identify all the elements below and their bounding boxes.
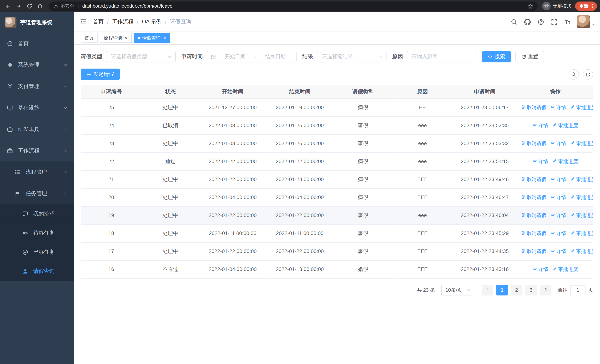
sidebar-item-task-management[interactable]: 任务管理 [0, 183, 74, 205]
cancel-leave-link[interactable]: 取消请假 [521, 248, 546, 255]
cancel-leave-link[interactable]: 取消请假 [521, 212, 546, 219]
breadcrumb-item[interactable]: OA 示例 [142, 18, 162, 25]
sidebar-item-workflow[interactable]: 工作流程 [0, 140, 74, 162]
sidebar-item-infrastructure[interactable]: 基础设施 [0, 97, 74, 119]
cancel-leave-link[interactable]: 取消请假 [521, 194, 546, 201]
header-search-icon[interactable] [508, 16, 520, 28]
sidebar-item-process-management[interactable]: 流程管理 [0, 161, 74, 183]
app-logo: 芋道管理系统 [0, 12, 74, 33]
approval-progress-link[interactable]: 审批进度 [570, 104, 593, 111]
sidebar-toggle-icon[interactable] [74, 19, 93, 25]
browser-forward-icon[interactable] [14, 1, 24, 11]
trash-icon [521, 140, 525, 146]
sidebar-item-home[interactable]: 首页 [0, 33, 74, 55]
sidebar-item-dev-tools[interactable]: 研发工具 [0, 119, 74, 140]
update-label[interactable]: 更新 [579, 3, 589, 9]
detail-link[interactable]: 详情 [550, 230, 566, 237]
cell-actions: 取消请假详情审批进度 [517, 134, 593, 152]
close-tab-icon[interactable]: × [163, 35, 166, 40]
approval-progress-link[interactable]: 审批进度 [570, 248, 593, 255]
approval-progress-link[interactable]: 审批进度 [570, 230, 593, 237]
detail-link[interactable]: 详情 [532, 266, 548, 273]
approval-progress-link[interactable]: 审批进度 [570, 212, 593, 219]
create-leave-button[interactable]: 发起请假 [81, 69, 120, 80]
leave-type-select[interactable]: 请选择请假类型 [106, 51, 176, 63]
cell-status: 处理中 [142, 98, 199, 116]
eye-icon [550, 230, 555, 236]
url-text[interactable]: dashboard.yudao.iocoder.cn/bpm/oa/leave [82, 3, 524, 9]
goto-page-input[interactable] [570, 285, 586, 295]
bookmark-star-icon[interactable] [525, 1, 535, 11]
page-button-3[interactable]: 3 [525, 284, 537, 295]
search-button[interactable]: 搜索 [482, 51, 511, 63]
reason-input[interactable]: 请输入原因 [407, 51, 476, 63]
cell-leave-type: 事假 [333, 206, 393, 224]
sidebar-item-leave-query[interactable]: 请假查询 [0, 262, 74, 281]
cancel-leave-link[interactable]: 取消请假 [521, 176, 546, 183]
not-secure-label[interactable]: 不安全 [60, 3, 74, 9]
address-bar[interactable]: 不安全 dashboard.yudao.iocoder.cn/bpm/oa/le… [49, 1, 538, 11]
detail-link[interactable]: 详情 [550, 176, 566, 183]
detail-link[interactable]: 详情 [550, 140, 566, 147]
user-avatar[interactable] [577, 15, 590, 28]
detail-link[interactable]: 详情 [550, 104, 566, 111]
close-tab-icon[interactable]: × [125, 35, 128, 40]
sidebar-item-payment-management[interactable]: 支付管理 [0, 76, 74, 97]
edit-icon [570, 140, 575, 146]
detail-link[interactable]: 详情 [532, 122, 548, 129]
detail-link[interactable]: 详情 [550, 248, 566, 255]
cell-reason: EEE [393, 260, 452, 278]
fullscreen-icon[interactable] [548, 16, 560, 28]
apply-time-range-picker[interactable]: 开始日期 - 结束日期 [206, 51, 297, 63]
tab-home[interactable]: 首页 [81, 33, 98, 43]
eye-icon [532, 266, 537, 272]
sidebar-item-my-processes[interactable]: 我的流程 [0, 205, 74, 224]
github-icon[interactable] [521, 16, 534, 28]
prev-page-button[interactable] [482, 284, 493, 295]
breadcrumb-item[interactable]: 工作流程 [112, 18, 134, 25]
sidebar-item-done-tasks[interactable]: 已办任务 [0, 243, 74, 262]
action-label: 取消请假 [527, 212, 546, 219]
browser-update-chip[interactable]: 更新 [575, 1, 597, 11]
help-icon[interactable] [534, 16, 547, 28]
cancel-leave-link[interactable]: 取消请假 [521, 140, 546, 147]
eye-icon [22, 230, 29, 236]
next-page-button[interactable] [540, 284, 552, 295]
browser-menu-icon[interactable] [590, 3, 595, 9]
browser-back-icon[interactable] [3, 1, 13, 11]
approval-progress-link[interactable]: 审批进度 [552, 122, 578, 129]
cancel-leave-link[interactable]: 取消请假 [521, 230, 546, 237]
approval-progress-link[interactable]: 审批进度 [552, 158, 578, 165]
detail-link[interactable]: 详情 [532, 158, 548, 165]
approval-progress-link[interactable]: 审批进度 [570, 194, 593, 201]
cancel-leave-link[interactable]: 取消请假 [521, 104, 546, 111]
page-button-1[interactable]: 1 [496, 284, 508, 295]
font-size-icon[interactable] [561, 16, 573, 28]
browser-reload-icon[interactable] [24, 1, 35, 11]
reset-button[interactable]: 重置 [516, 51, 544, 63]
page-button-2[interactable]: 2 [511, 284, 522, 295]
approval-progress-link[interactable]: 审批进度 [570, 140, 593, 147]
cell-start-time: 2022-01-03 00:00:00 [199, 134, 266, 152]
result-placeholder: 请选择流结果 [322, 53, 353, 60]
sidebar-item-todo-tasks[interactable]: 待办任务 [0, 224, 74, 243]
toggle-search-button[interactable] [569, 69, 579, 80]
refresh-table-button[interactable] [583, 69, 593, 80]
detail-link[interactable]: 详情 [550, 212, 566, 219]
start-date-placeholder[interactable]: 开始日期 [218, 53, 252, 60]
approval-progress-link[interactable]: 审批进度 [570, 176, 593, 183]
avatar-caret-icon[interactable] [591, 23, 595, 27]
detail-link[interactable]: 详情 [550, 194, 566, 201]
trash-icon [521, 230, 525, 236]
cell-reason: EEE [393, 224, 452, 242]
page-size-select[interactable]: 10条/页 [441, 284, 474, 295]
approval-progress-link[interactable]: 审批进度 [552, 266, 578, 273]
tab-leave-query[interactable]: 请假查询× [134, 33, 170, 43]
browser-home-icon[interactable] [35, 1, 45, 11]
end-date-placeholder[interactable]: 结束日期 [258, 53, 292, 60]
breadcrumb-item[interactable]: 首页 [93, 18, 104, 25]
header: 首页/工作流程/OA 示例/请假查询 [74, 12, 600, 31]
sidebar-item-system-management[interactable]: 系统管理 [0, 54, 74, 76]
result-select[interactable]: 请选择流结果 [317, 51, 386, 63]
tab-process-detail[interactable]: 流程详情× [100, 33, 131, 43]
